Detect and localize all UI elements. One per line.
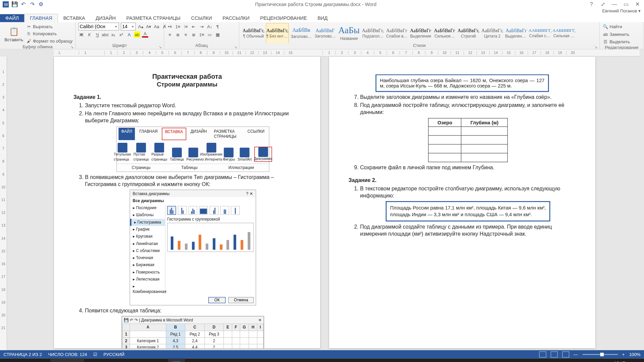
style-item[interactable]: АаБбВвГгСильное…: [433, 23, 456, 43]
justify-icon[interactable]: ≣: [191, 32, 197, 38]
qat-more-icon[interactable]: ⚙: [37, 0, 45, 8]
status-proof-icon[interactable]: ☑: [93, 352, 97, 357]
borders-icon[interactable]: ▦: [215, 32, 221, 38]
tb-calendar[interactable]: 📅: [135, 358, 151, 362]
view-print-icon[interactable]: [550, 351, 557, 357]
tab-mailings[interactable]: РАССЫЛКИ: [217, 14, 255, 22]
zoom-out-button[interactable]: —: [574, 352, 578, 357]
indent-inc-icon[interactable]: ⇥: [199, 23, 205, 29]
ruler-vertical[interactable]: 123456789101112131415161718192021: [0, 57, 7, 350]
start-button[interactable]: [0, 358, 17, 362]
shrink-font-icon[interactable]: A▾: [146, 23, 152, 29]
status-language[interactable]: РУССКИЙ: [103, 352, 124, 357]
font-size-combo[interactable]: ▾: [121, 22, 136, 31]
strike-icon[interactable]: abc: [102, 32, 108, 38]
underline-button[interactable]: Ч: [94, 32, 100, 38]
style-item[interactable]: АаБбВвГг,¶ Без инте…: [266, 23, 289, 43]
zoom-in-button[interactable]: +: [622, 352, 625, 357]
font-dialog-launcher[interactable]: ↘: [159, 45, 162, 49]
style-item[interactable]: АаБбВвГгВыделение: [409, 23, 432, 43]
linespacing-icon[interactable]: ‡≡: [199, 32, 205, 38]
style-item[interactable]: АаБбВвГгСлабое в…: [385, 23, 409, 43]
undo-icon[interactable]: ↶: [19, 0, 28, 8]
tab-review[interactable]: РЕЦЕНЗИРОВАНИЕ: [255, 14, 312, 22]
tab-insert[interactable]: ВСТАВКА: [58, 14, 91, 22]
tb-snip[interactable]: ✂: [118, 358, 135, 362]
search-button[interactable]: 🔍: [17, 358, 34, 362]
zoom-slider[interactable]: [582, 354, 618, 355]
view-web-icon[interactable]: [562, 351, 569, 357]
cut-icon[interactable]: ✂: [26, 23, 32, 29]
superscript-icon[interactable]: x²: [118, 32, 124, 38]
copy-icon[interactable]: ⎘: [26, 31, 32, 37]
close-icon[interactable]: ✕: [633, 1, 642, 7]
view-read-icon[interactable]: [539, 351, 546, 357]
align-right-icon[interactable]: ≡: [183, 32, 189, 38]
save-icon[interactable]: 💾: [11, 0, 19, 8]
replace-button[interactable]: Заменить: [609, 32, 629, 37]
subscript-icon[interactable]: x₂: [110, 32, 116, 38]
highlight-icon[interactable]: ab: [134, 32, 140, 38]
copy-button[interactable]: Копировать: [33, 31, 57, 36]
tab-home[interactable]: ГЛАВНАЯ: [24, 14, 58, 22]
status-words[interactable]: ЧИСЛО СЛОВ: 124: [48, 352, 87, 357]
font-color-icon[interactable]: A: [142, 32, 148, 38]
align-center-icon[interactable]: ≣: [175, 32, 181, 38]
tb-yandex[interactable]: 🟡: [50, 358, 67, 362]
font-name-combo[interactable]: ▾: [78, 22, 119, 31]
select-button[interactable]: Выделить: [609, 39, 630, 44]
paste-button[interactable]: 📋Вставить: [3, 25, 25, 42]
align-left-icon[interactable]: ≡: [167, 32, 173, 38]
page-1[interactable]: Практическая работа Строим диаграммы Зад…: [54, 57, 320, 348]
multilevel-icon[interactable]: ⁝≡: [183, 23, 189, 29]
tb-firefox[interactable]: 🦊: [67, 358, 84, 362]
page-2[interactable]: Наибольшая глубина озера Байкал — 1620 м…: [329, 57, 595, 348]
style-item[interactable]: ААББВВГГ,Сильная …: [552, 23, 576, 43]
user-name[interactable]: Евгений Поганов ▾: [0, 9, 644, 13]
tb-word[interactable]: W: [168, 358, 185, 362]
replace-icon[interactable]: ab: [602, 31, 608, 37]
status-page[interactable]: СТРАНИЦА 2 ИЗ 2: [4, 352, 42, 357]
tab-view[interactable]: ВИД: [312, 14, 333, 22]
tb-paint[interactable]: 🎨: [185, 358, 202, 362]
help-icon[interactable]: ?: [587, 1, 596, 7]
ruler-horizontal[interactable]: L112345678910111213141512345678910111213…: [53, 50, 640, 57]
style-item[interactable]: ААББВВГГ,Слабая сс…: [529, 23, 552, 43]
tb-calc[interactable]: 🧮: [84, 358, 101, 362]
style-item[interactable]: АаБбВвГг,Цитата 2: [481, 23, 504, 43]
tab-file[interactable]: ФАЙЛ: [0, 14, 24, 22]
tb-explorer[interactable]: 📁: [151, 358, 168, 362]
change-case-icon[interactable]: Aa: [154, 23, 160, 29]
maximize-icon[interactable]: ▭: [621, 1, 631, 7]
paragraph-dialog-launcher[interactable]: ↘: [234, 45, 237, 49]
ribbon-collapse-icon[interactable]: ⤢: [598, 1, 608, 7]
style-item[interactable]: АаБбВвГг,Строгий: [457, 23, 480, 43]
shading-icon[interactable]: ▭: [207, 32, 213, 38]
select-icon[interactable]: ☰: [602, 39, 608, 45]
italic-button[interactable]: К: [86, 32, 92, 38]
styles-dialog-launcher[interactable]: ↘: [594, 45, 597, 49]
find-icon[interactable]: 🔍: [602, 23, 608, 29]
style-item[interactable]: АаБыНазвание: [337, 23, 361, 43]
style-item[interactable]: АаБбВвГг,¶ Обычный: [242, 23, 265, 43]
bold-button[interactable]: Ж: [78, 32, 84, 38]
grow-font-icon[interactable]: A▴: [138, 23, 144, 29]
taskview-button[interactable]: ▭▯: [34, 358, 50, 362]
indent-dec-icon[interactable]: ⇤: [191, 23, 197, 29]
tb-app1[interactable]: 📊: [101, 358, 118, 362]
style-item[interactable]: АаБбВвГЗаголово…: [314, 23, 337, 43]
clipboard-dialog-launcher[interactable]: ↘: [70, 45, 73, 49]
bullets-icon[interactable]: •≡: [167, 23, 173, 29]
cut-button[interactable]: Вырезать: [33, 24, 53, 29]
style-item[interactable]: АаБбВвЗаголово…: [290, 23, 313, 43]
minimize-icon[interactable]: —: [609, 1, 619, 7]
format-painter-button[interactable]: Формат по образцу: [33, 38, 72, 43]
redo-icon[interactable]: ↷: [28, 0, 36, 8]
tab-layout[interactable]: РАЗМЕТКА СТРАНИЦЫ: [121, 14, 186, 22]
style-item[interactable]: АаБбВвГгВыделенн…: [505, 23, 528, 43]
showmarks-icon[interactable]: ¶: [215, 23, 221, 29]
zoom-level[interactable]: 100%: [629, 352, 641, 357]
format-painter-icon[interactable]: 🖌: [26, 38, 32, 44]
style-item[interactable]: АаБбВвГг,Подзагол…: [361, 23, 384, 43]
tab-references[interactable]: ССЫЛКИ: [186, 14, 217, 22]
